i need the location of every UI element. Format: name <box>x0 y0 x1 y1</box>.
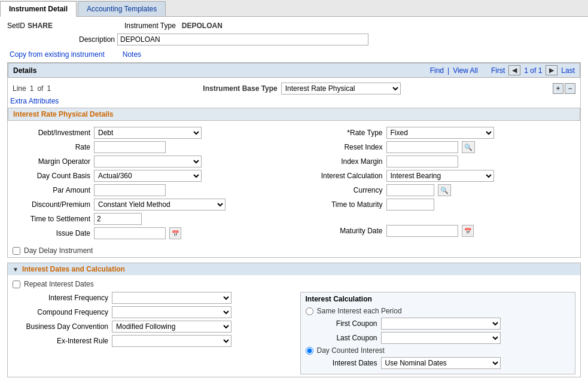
time-maturity-input[interactable] <box>386 199 434 211</box>
description-input[interactable] <box>117 33 368 45</box>
separator1: | <box>447 66 449 75</box>
reset-index-label: Reset Index <box>299 143 383 151</box>
of-value: 1 <box>47 84 51 93</box>
repeat-interest-checkbox[interactable] <box>13 281 20 288</box>
base-type-row: Instrument Base Type Interest Rate Physi… <box>203 83 400 95</box>
day-counted-label: Day Counted Interest <box>317 346 385 355</box>
rate-type-label: *Rate Type <box>299 129 383 137</box>
view-all-link[interactable]: View All <box>453 66 478 75</box>
nav-controls: Find | View All First ◀ 1 of 1 ▶ Last <box>430 65 575 75</box>
interest-freq-label: Interest Frequency <box>13 294 108 302</box>
pm-buttons: + − <box>553 83 575 94</box>
day-counted-radio[interactable] <box>306 347 313 355</box>
currency-input[interactable] <box>386 184 434 196</box>
same-interest-radio[interactable] <box>306 307 313 315</box>
biz-day-label: Business Day Convention <box>13 322 108 331</box>
issue-date-input[interactable] <box>94 227 166 239</box>
interest-dates-label: Interest Dates <box>318 359 377 367</box>
base-type-label: Instrument Base Type <box>203 84 277 93</box>
issue-date-cal-btn[interactable]: 📅 <box>169 227 181 239</box>
interest-calc-select[interactable]: Interest BearingDiscountAmortizing <box>386 170 494 182</box>
interest-calc-label: Interest Calculation <box>299 172 383 180</box>
last-link[interactable]: Last <box>561 66 575 75</box>
index-margin-label: Index Margin <box>299 157 383 166</box>
rate-type-select[interactable]: FixedFloatingVariable <box>386 127 494 139</box>
ex-interest-label: Ex-Interest Rule <box>13 337 108 345</box>
reset-index-input[interactable] <box>386 141 458 153</box>
biz-day-select[interactable]: Modified FollowingFollowingPrecedingNone <box>112 321 231 333</box>
ex-interest-select[interactable]: Option1Option2 <box>112 335 231 347</box>
line-label: Line <box>13 84 26 93</box>
day-delay-checkbox[interactable] <box>13 247 20 255</box>
first-link[interactable]: First <box>491 66 505 75</box>
last-coupon-label: Last Coupon <box>318 334 377 342</box>
subsection-title: Interest Rate Physical Details <box>8 108 580 121</box>
margin-operator-label: Margin Operator <box>13 157 90 166</box>
par-amount-label: Par Amount <box>13 186 90 194</box>
interest-dates-select[interactable]: Use Nominal DatesUse Actual Dates <box>381 357 501 369</box>
interest-section-title: Interest Dates and Calculation <box>22 265 125 273</box>
maturity-date-input[interactable] <box>386 225 458 237</box>
add-btn[interactable]: + <box>553 83 563 94</box>
compound-freq-select[interactable]: MonthlyQuarterlySemi-AnnualAnnual <box>112 306 231 318</box>
remove-btn[interactable]: − <box>565 83 575 94</box>
of-label: of <box>37 84 43 93</box>
interest-calc-box: Interest Calculation Same Interest each … <box>300 292 576 374</box>
setid-label: SetID <box>7 22 25 30</box>
tab-instrument-detail[interactable]: Instrument Detail <box>0 1 77 17</box>
next-btn[interactable]: ▶ <box>546 65 557 75</box>
debt-investment-label: Debt/Investment <box>13 129 90 137</box>
last-coupon-select[interactable]: Option1 <box>381 332 501 344</box>
base-type-select[interactable]: Interest Rate Physical Equity Commodity … <box>281 83 401 95</box>
repeat-interest-label: Repeat Interest Dates <box>24 280 94 288</box>
discount-premium-label: Discount/Premium <box>13 200 90 209</box>
discount-premium-select[interactable]: Constant Yield MethodStraight Line Metho… <box>94 199 226 211</box>
line-value: 1 <box>30 84 34 93</box>
tab-accounting-templates[interactable]: Accounting Templates <box>78 1 166 16</box>
interest-freq-select[interactable]: MonthlyQuarterlySemi-AnnualAnnual <box>112 292 231 304</box>
details-title: Details <box>13 66 36 75</box>
compound-freq-label: Compound Frequency <box>13 308 108 316</box>
maturity-date-cal-btn[interactable]: 📅 <box>462 225 474 237</box>
debt-investment-select[interactable]: Debt Investment <box>94 127 202 139</box>
issue-date-label: Issue Date <box>13 229 90 237</box>
time-settlement-label: Time to Settlement <box>13 215 90 223</box>
rate-label: Rate <box>13 143 90 151</box>
setid-value: SHARE <box>28 22 53 30</box>
collapse-icon[interactable]: ▼ <box>13 266 19 273</box>
rate-input[interactable] <box>94 141 166 153</box>
find-link[interactable]: Find <box>430 66 444 75</box>
copy-from-existing-link[interactable]: Copy from existing instrument <box>10 50 105 59</box>
first-coupon-label: First Coupon <box>318 319 377 328</box>
day-count-label: Day Count Basis <box>13 172 90 180</box>
margin-operator-select[interactable]: +-* <box>94 156 202 167</box>
prev-btn[interactable]: ◀ <box>508 65 520 75</box>
int-calc-box-title: Interest Calculation <box>306 295 571 303</box>
currency-lookup[interactable]: 🔍 <box>438 184 451 196</box>
day-delay-label: Day Delay Instrument <box>24 246 93 255</box>
time-settlement-input[interactable] <box>94 213 142 225</box>
notes-link[interactable]: Notes <box>123 50 141 59</box>
time-maturity-label: Time to Maturity <box>299 200 383 209</box>
same-interest-label: Same Interest each Period <box>317 307 402 315</box>
first-coupon-select[interactable]: Option1 <box>381 318 501 330</box>
extra-attrs-link[interactable]: Extra Attributes <box>10 97 59 105</box>
index-margin-input[interactable] <box>386 156 458 167</box>
page-info: 1 of 1 <box>524 66 542 75</box>
instrument-type-value: DEPOLOAN <box>182 22 223 30</box>
interest-section: ▼ Interest Dates and Calculation Repeat … <box>7 263 581 377</box>
maturity-date-label: Maturity Date <box>299 227 383 235</box>
description-label: Description <box>79 35 115 44</box>
reset-index-lookup[interactable]: 🔍 <box>462 141 475 153</box>
instrument-type-label: Instrument Type <box>124 22 176 30</box>
tab-bar: Instrument Detail Accounting Templates <box>0 0 588 17</box>
day-count-select[interactable]: Actual/360Actual/36530/360Actual/Actual <box>94 170 202 182</box>
par-amount-input[interactable] <box>94 184 166 196</box>
line-info: Line 1 of 1 <box>13 84 51 93</box>
currency-label: Currency <box>299 186 383 194</box>
